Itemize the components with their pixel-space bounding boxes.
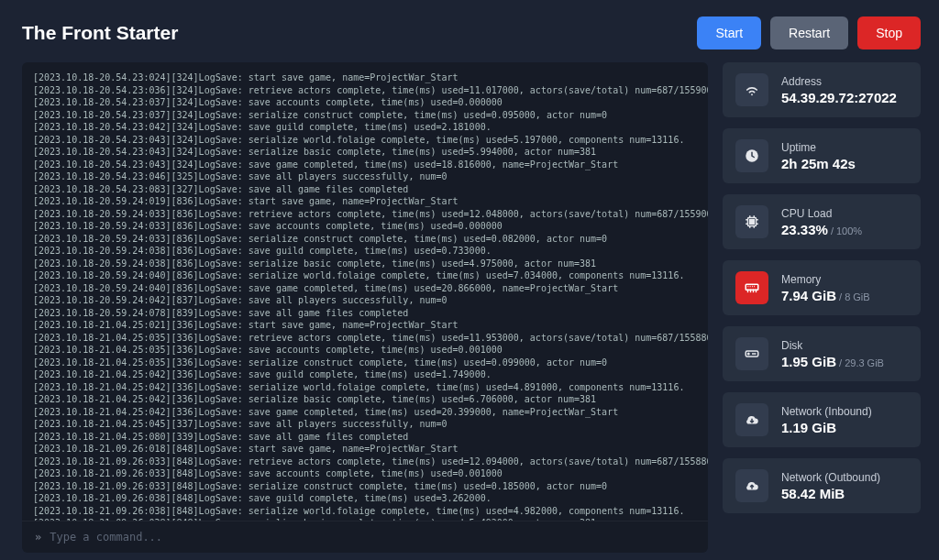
stat-value: 2h 25m 42s [781, 156, 908, 171]
stat-label: Disk [781, 339, 908, 352]
cpu-icon [735, 205, 768, 238]
clock-icon [735, 139, 768, 172]
stat-value: 23.33%/ 100% [781, 222, 908, 237]
console-panel: [2023.10.18-20.54.23:024][324]LogSave: s… [22, 62, 708, 553]
stat-label: Network (Inbound) [781, 405, 908, 418]
stat-address: Address 54.39.29.72:27022 [723, 62, 921, 117]
stat-value: 1.95 GiB/ 29.3 GiB [781, 354, 908, 369]
stat-label: Uptime [781, 141, 908, 154]
svg-rect-3 [750, 220, 755, 225]
stat-cpu: CPU Load 23.33%/ 100% [723, 194, 921, 249]
cloud-down-icon [735, 403, 768, 436]
page-title: The Front Starter [22, 22, 178, 44]
stat-value: 1.19 GiB [781, 420, 908, 435]
stat-label: Network (Outbound) [781, 471, 908, 484]
prompt-icon: » [35, 531, 39, 544]
action-buttons: Start Restart Stop [697, 16, 921, 49]
stat-label: Memory [781, 273, 908, 286]
stat-label: CPU Load [781, 207, 908, 220]
stop-button[interactable]: Stop [857, 16, 921, 49]
stat-value: 54.39.29.72:27022 [781, 90, 908, 105]
command-input[interactable] [50, 531, 695, 544]
stat-memory: Memory 7.94 GiB/ 8 GiB [723, 260, 921, 315]
svg-point-6 [748, 353, 750, 355]
console-log[interactable]: [2023.10.18-20.54.23:024][324]LogSave: s… [22, 62, 708, 521]
restart-button[interactable]: Restart [770, 16, 848, 49]
start-button[interactable]: Start [697, 16, 761, 49]
stat-disk: Disk 1.95 GiB/ 29.3 GiB [723, 326, 921, 381]
cloud-up-icon [735, 469, 768, 502]
stat-network-inbound: Network (Inbound) 1.19 GiB [723, 392, 921, 447]
stats-sidebar: Address 54.39.29.72:27022 Uptime 2h 25m … [723, 62, 921, 553]
wifi-icon [735, 73, 768, 106]
stat-network-outbound: Network (Outbound) 58.42 MiB [723, 458, 921, 513]
command-bar: » [22, 521, 708, 553]
disk-icon [735, 337, 768, 370]
stat-uptime: Uptime 2h 25m 42s [723, 128, 921, 183]
stat-value: 7.94 GiB/ 8 GiB [781, 288, 908, 303]
stat-label: Address [781, 75, 908, 88]
stat-value: 58.42 MiB [781, 486, 908, 501]
memory-icon [735, 271, 768, 304]
svg-point-0 [751, 93, 753, 95]
